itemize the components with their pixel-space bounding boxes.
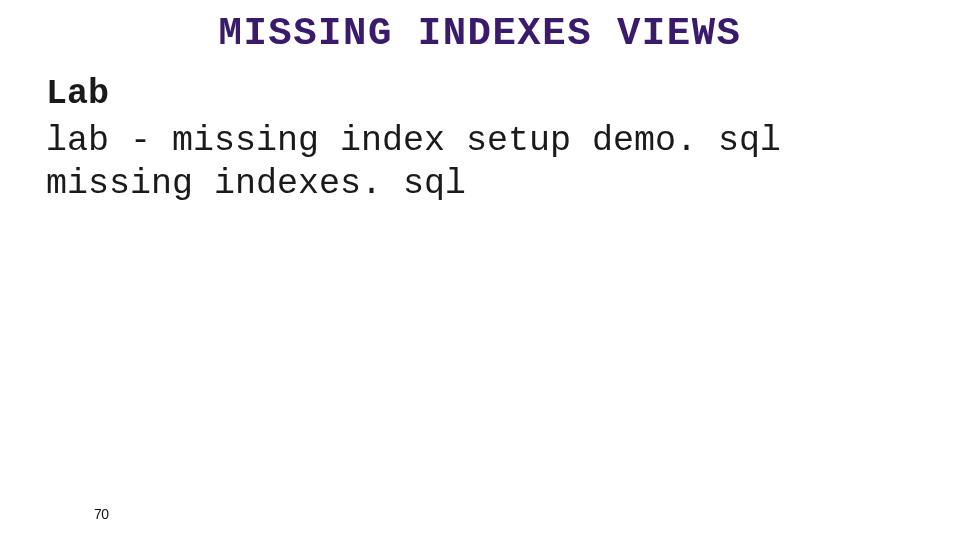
slide: MISSING INDEXES VIEWS Lab lab - missing … <box>0 0 960 540</box>
lab-file-line-2: missing indexes. sql <box>46 164 466 204</box>
lab-file-line-1: lab - missing index setup demo. sql <box>46 121 781 161</box>
page-number: 70 <box>94 506 109 522</box>
lab-subheading: Lab <box>46 74 109 114</box>
slide-title: MISSING INDEXES VIEWS <box>0 12 960 56</box>
